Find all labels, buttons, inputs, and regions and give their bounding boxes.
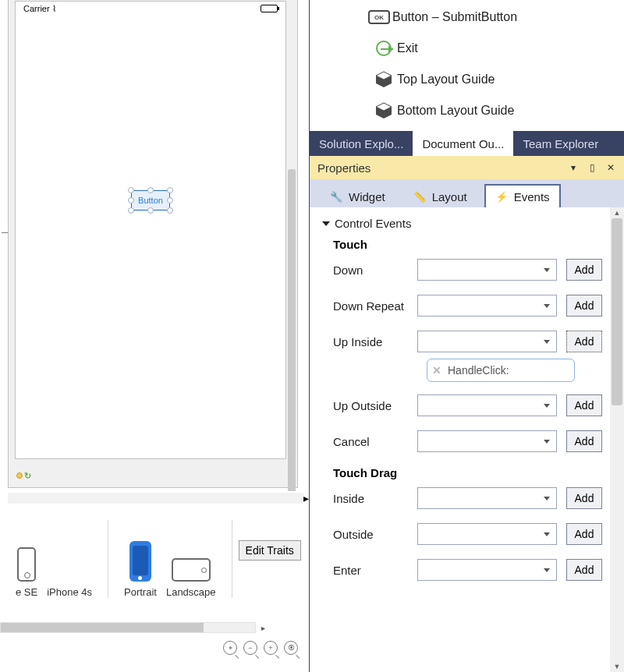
scroll-down-icon[interactable]: ▼	[610, 661, 624, 672]
cube-icon	[370, 102, 397, 119]
canvas-vertical-scrollbar[interactable]	[286, 0, 297, 448]
section-control-events[interactable]: Control Events	[324, 217, 602, 230]
zoom-actual-button[interactable]: ⦿	[284, 641, 298, 655]
selected-button-control[interactable]: Button	[131, 190, 170, 210]
events-vertical-scrollbar[interactable]: ▲ ▼	[610, 207, 624, 672]
lightning-icon: ⚡	[495, 191, 508, 203]
event-row-down: Down Add	[324, 259, 602, 281]
handler-tag-up-inside[interactable]: ✕ HandleClick:	[427, 359, 575, 382]
disclosure-triangle-icon	[322, 221, 330, 226]
add-button-up-outside[interactable]: Add	[566, 394, 602, 416]
resize-handle[interactable]	[167, 207, 173, 214]
cube-icon	[370, 71, 397, 88]
phone-portrait-icon	[129, 541, 151, 582]
properties-title: Properties	[317, 161, 370, 175]
resize-handle[interactable]	[128, 187, 134, 193]
outline-row-top-guide[interactable]: Top Layout Guide	[310, 64, 624, 95]
tab-widget[interactable]: 🔧Widget	[319, 184, 396, 210]
add-button-drag-outside[interactable]: Add	[566, 523, 602, 545]
device-status-bar: Carrier ⌇	[16, 2, 285, 16]
outline-row-button[interactable]: OK Button – SubmitButton	[310, 2, 624, 33]
canvas-horizontal-scrollbar[interactable]: ▸	[8, 491, 309, 505]
wifi-icon: ⌇	[52, 4, 56, 14]
event-combo-down[interactable]	[417, 259, 557, 281]
warning-dot-icon	[16, 472, 23, 479]
battery-icon	[261, 5, 278, 12]
chevron-down-icon	[544, 440, 550, 444]
add-button-up-inside[interactable]: Add	[566, 331, 602, 352]
device-iphone-4s[interactable]: iPhone 4s	[47, 582, 92, 598]
chevron-down-icon	[544, 568, 550, 572]
ruler-icon: 📏	[413, 191, 426, 203]
close-icon[interactable]: ✕	[605, 162, 616, 173]
outline-row-bottom-guide[interactable]: Bottom Layout Guide	[310, 95, 624, 126]
document-outline-tree: OK Button – SubmitButton Exit Top Layout…	[310, 0, 624, 131]
event-combo-drag-inside[interactable]	[417, 487, 557, 509]
dropdown-icon[interactable]: ▾	[568, 162, 579, 173]
tab-document-outline[interactable]: Document Ou...	[413, 131, 513, 156]
tab-solution-explorer[interactable]: Solution Explo...	[310, 131, 413, 156]
event-row-up-outside: Up Outside Add	[324, 394, 602, 416]
event-row-down-repeat: Down Repeat Add	[324, 295, 602, 317]
add-button-drag-inside[interactable]: Add	[566, 487, 602, 509]
chevron-down-icon	[544, 497, 550, 500]
group-touch: Touch	[333, 238, 602, 251]
pin-icon[interactable]: ▯	[587, 162, 597, 173]
device-iphone-se[interactable]: e SE	[16, 547, 37, 598]
resize-handle[interactable]	[147, 207, 154, 214]
outline-row-exit[interactable]: Exit	[310, 33, 624, 64]
zoom-fit-button[interactable]: ⌖	[223, 641, 237, 655]
event-row-drag-outside: Outside Add	[324, 523, 602, 545]
event-row-drag-inside: Inside Add	[324, 487, 602, 509]
event-combo-cancel[interactable]	[417, 430, 557, 452]
edit-traits-button[interactable]: Edit Traits	[239, 540, 301, 561]
orientation-landscape[interactable]: Landscape	[166, 558, 216, 598]
event-row-up-inside: Up Inside Add	[324, 331, 602, 352]
add-button-down[interactable]: Add	[566, 259, 602, 281]
chevron-down-icon	[544, 340, 550, 344]
resize-handle[interactable]	[167, 197, 173, 203]
event-combo-drag-outside[interactable]	[417, 523, 557, 545]
resize-handle[interactable]	[128, 197, 134, 203]
zoom-in-button[interactable]: +	[264, 641, 278, 655]
refresh-icon: ↻	[24, 471, 31, 480]
tab-layout[interactable]: 📏Layout	[402, 184, 478, 210]
chevron-down-icon	[544, 404, 550, 408]
phone-landscape-icon	[172, 558, 211, 582]
event-combo-up-inside[interactable]	[417, 331, 557, 352]
button-text: Button	[138, 196, 163, 205]
resize-handle[interactable]	[128, 207, 134, 214]
event-combo-drag-enter[interactable]	[417, 559, 557, 581]
chevron-down-icon	[544, 268, 550, 272]
carrier-label: Carrier	[23, 4, 50, 13]
event-combo-down-repeat[interactable]	[417, 295, 557, 317]
orientation-picker: Portrait Landscape	[108, 520, 232, 598]
resize-handle[interactable]	[147, 187, 154, 193]
add-button-cancel[interactable]: Add	[566, 430, 602, 452]
wrench-icon: 🔧	[330, 191, 342, 203]
orientation-portrait[interactable]: Portrait	[124, 541, 157, 598]
event-row-cancel: Cancel Add	[324, 430, 602, 452]
device-bar-scrollbar[interactable]: ▸	[0, 621, 270, 635]
tab-team-explorer[interactable]: Team Explorer	[513, 131, 608, 156]
scroll-up-icon[interactable]: ▲	[610, 207, 624, 218]
chevron-down-icon	[544, 532, 550, 536]
add-button-down-repeat[interactable]: Add	[566, 295, 602, 317]
group-touch-drag: Touch Drag	[333, 466, 602, 479]
tab-events[interactable]: ⚡Events	[484, 184, 561, 210]
add-button-drag-enter[interactable]: Add	[566, 559, 602, 581]
event-row-drag-enter: Enter Add	[324, 559, 602, 581]
exit-icon	[376, 41, 392, 56]
explorer-tab-strip: Solution Explo... Document Ou... Team Ex…	[310, 131, 624, 156]
designer-canvas[interactable]: Carrier ⌇ Button ↻	[8, 0, 298, 488]
device-picker: e SE iPhone 4s	[0, 520, 108, 598]
properties-header: Properties ▾ ▯ ✕	[310, 156, 624, 179]
events-panel: Control Events Touch Down Add Down Repea…	[310, 207, 610, 672]
remove-handler-icon[interactable]: ✕	[432, 364, 441, 377]
resize-handle[interactable]	[167, 187, 173, 193]
ok-button-icon: OK	[368, 10, 390, 24]
chevron-down-icon	[544, 304, 550, 308]
zoom-out-button[interactable]: −	[243, 641, 257, 655]
event-combo-up-outside[interactable]	[417, 394, 557, 416]
phone-icon	[17, 547, 36, 582]
